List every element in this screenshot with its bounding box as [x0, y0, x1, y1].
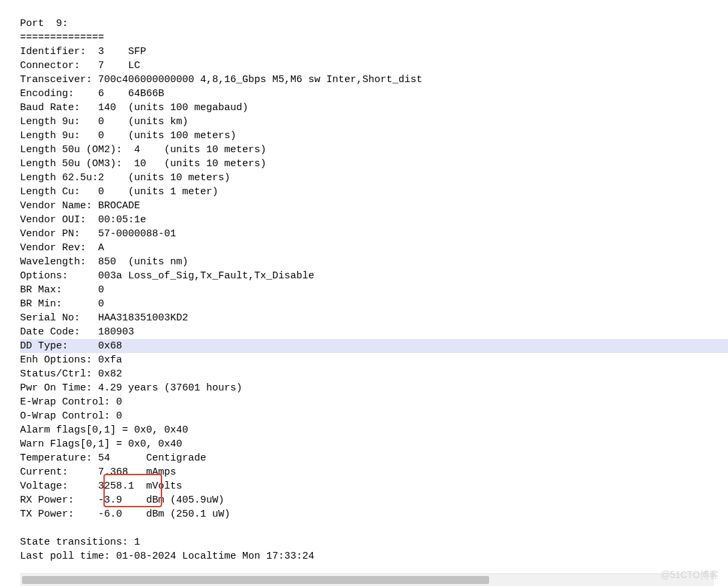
field-length-9u-b: Length 9u: 0 (units 100 meters)	[20, 130, 236, 141]
field-pwr-on-time: Pwr On Time: 4.29 years (37601 hours)	[20, 382, 242, 394]
terminal-output: Port 9: ============== Identifier: 3 SFP…	[0, 0, 728, 586]
watermark: @51CTO博客	[661, 568, 719, 582]
field-length-cu: Length Cu: 0 (units 1 meter)	[20, 186, 218, 198]
field-br-min: BR Min: 0	[20, 298, 104, 310]
field-vendor-rev: Vendor Rev: A	[20, 242, 104, 254]
port-line: Port 9:	[20, 18, 68, 29]
field-dd-type: DD Type: 0x68	[20, 339, 728, 353]
field-ewrap: E-Wrap Control: 0	[20, 396, 122, 408]
field-encoding: Encoding: 6 64B66B	[20, 88, 164, 99]
field-voltage: Voltage: 3258.1 mVolts	[20, 481, 182, 492]
separator-top: ==============	[20, 32, 104, 43]
field-length-50u-om2: Length 50u (OM2): 4 (units 10 meters)	[20, 144, 266, 156]
field-serial-no: Serial No: HAA318351003KD2	[20, 312, 188, 324]
field-status-ctrl: Status/Ctrl: 0x82	[20, 368, 122, 380]
field-br-max: BR Max: 0	[20, 284, 104, 296]
field-current: Current: 7.368 mAmps	[20, 467, 176, 478]
scroll-thumb[interactable]	[22, 576, 489, 584]
field-connector: Connector: 7 LC	[20, 60, 140, 71]
field-warn-flags: Warn Flags[0,1] = 0x0, 0x40	[20, 438, 182, 450]
field-enh-options: Enh Options: 0xfa	[20, 354, 122, 366]
field-rx-power: RX Power: -3.9 dBm (405.9uW)	[20, 495, 224, 506]
field-vendor-pn: Vendor PN: 57-0000088-01	[20, 228, 176, 240]
horizontal-scrollbar[interactable]	[20, 573, 714, 586]
field-state-transitions: State transitions: 1	[20, 537, 140, 548]
field-options: Options: 003a Loss_of_Sig,Tx_Fault,Tx_Di…	[20, 270, 314, 282]
field-date-code: Date Code: 180903	[20, 326, 134, 338]
field-owrap: O-Wrap Control: 0	[20, 410, 122, 422]
field-transceiver: Transceiver: 700c406000000000 4,8,16_Gbp…	[20, 74, 422, 85]
field-wavelength: Wavelength: 850 (units nm)	[20, 256, 188, 268]
field-length-625u: Length 62.5u:2 (units 10 meters)	[20, 172, 230, 184]
field-identifier: Identifier: 3 SFP	[20, 46, 146, 57]
field-alarm-flags: Alarm flags[0,1] = 0x0, 0x40	[20, 424, 188, 436]
field-tx-power: TX Power: -6.0 dBm (250.1 uW)	[20, 509, 230, 520]
field-vendor-name: Vendor Name: BROCADE	[20, 200, 140, 212]
field-length-50u-om3: Length 50u (OM3): 10 (units 10 meters)	[20, 158, 266, 170]
field-last-poll: Last poll time: 01-08-2024 Localtime Mon…	[20, 551, 314, 562]
field-vendor-oui: Vendor OUI: 00:05:1e	[20, 214, 146, 226]
field-temperature: Temperature: 54 Centigrade	[20, 453, 206, 464]
field-baud-rate: Baud Rate: 140 (units 100 megabaud)	[20, 102, 248, 113]
field-length-9u-a: Length 9u: 0 (units km)	[20, 116, 188, 127]
